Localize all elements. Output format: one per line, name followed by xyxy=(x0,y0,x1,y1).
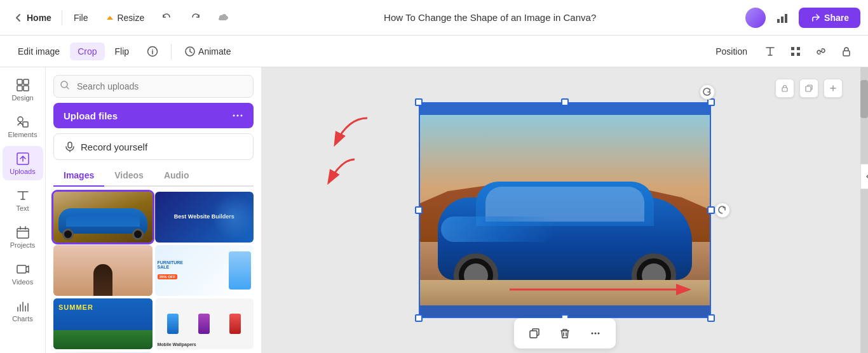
canvas-scrollbar[interactable] xyxy=(860,67,868,353)
text-icon-sidebar xyxy=(15,188,31,203)
design-icon xyxy=(15,77,31,93)
canvas-area[interactable] xyxy=(262,67,868,353)
svg-rect-12 xyxy=(24,79,29,84)
sidebar-item-design-label: Design xyxy=(11,94,33,102)
lock-canvas-icon[interactable] xyxy=(775,79,794,98)
resize-handle-br[interactable] xyxy=(707,314,715,322)
tab-audio[interactable]: Audio xyxy=(154,165,200,187)
sidebar-item-elements-label: Elements xyxy=(8,131,37,138)
svg-rect-1 xyxy=(781,17,783,23)
text-effect-icon[interactable] xyxy=(759,40,782,63)
sidebar-item-projects-label: Projects xyxy=(10,241,36,249)
resize-handle-tl[interactable] xyxy=(415,98,423,106)
home-button[interactable]: Home xyxy=(8,10,57,26)
copy-small-icon xyxy=(804,84,813,93)
lock-small-icon xyxy=(780,84,789,93)
grid-item-person[interactable] xyxy=(53,245,153,296)
grid-item-website-builders[interactable]: Best Website Builders xyxy=(155,192,254,243)
uploads-tabs: Images Videos Audio xyxy=(53,165,254,187)
sidebar-item-design[interactable]: Design xyxy=(3,72,43,107)
topbar-right: Share xyxy=(745,6,860,29)
home-label: Home xyxy=(27,13,51,23)
svg-point-15 xyxy=(18,117,23,122)
link-icon[interactable] xyxy=(810,40,832,63)
grid-view-icon[interactable] xyxy=(784,40,807,63)
resize-button[interactable]: Resize xyxy=(99,9,151,27)
add-canvas-icon[interactable] xyxy=(824,79,843,98)
sidebar-item-videos[interactable]: Videos xyxy=(3,256,43,291)
analytics-icon[interactable] xyxy=(771,6,794,29)
flip-button[interactable]: Flip xyxy=(107,43,137,60)
trash-icon xyxy=(559,328,571,339)
undo-button[interactable] xyxy=(156,6,179,29)
main-content: Design Elements Uploads Text xyxy=(0,67,868,353)
svg-rect-27 xyxy=(530,331,537,338)
resize-handle-bl[interactable] xyxy=(415,314,423,322)
grid-item-summer[interactable]: SUMMER xyxy=(53,298,153,349)
share-button[interactable]: Share xyxy=(799,8,860,28)
charts-icon xyxy=(15,298,31,314)
plus-small-icon xyxy=(829,84,837,93)
delete-bab-button[interactable] xyxy=(555,323,575,343)
sidebar-item-charts[interactable]: Charts xyxy=(3,293,43,328)
resize-handle-tc[interactable] xyxy=(561,98,569,106)
copy-icon xyxy=(529,328,540,339)
share-icon xyxy=(810,13,820,23)
more-options-icon xyxy=(232,110,243,121)
uploads-panel: Upload files Record yourself Images Vide… xyxy=(46,67,262,353)
microphone-icon xyxy=(64,141,76,152)
info-button[interactable] xyxy=(139,42,166,61)
crop-button[interactable]: Crop xyxy=(70,43,104,60)
position-button[interactable]: Position xyxy=(707,43,756,60)
scroll-thumb[interactable] xyxy=(860,80,868,118)
svg-point-21 xyxy=(233,115,235,117)
crown-icon xyxy=(105,13,114,22)
sidebar-item-projects[interactable]: Projects xyxy=(3,220,43,254)
lock-icon[interactable] xyxy=(835,40,858,63)
search-input[interactable] xyxy=(53,75,254,98)
sidebar-item-elements[interactable]: Elements xyxy=(3,109,43,143)
red-arrow-record xyxy=(316,156,367,194)
tab-videos[interactable]: Videos xyxy=(104,165,154,187)
svg-rect-8 xyxy=(791,53,794,56)
sidebar-item-text-label: Text xyxy=(16,204,29,212)
more-bab-button[interactable] xyxy=(585,323,606,343)
topbar-divider xyxy=(62,10,62,25)
side-rotate-handle[interactable] xyxy=(715,203,730,218)
resize-handle-ml[interactable] xyxy=(415,206,423,214)
grid-item-car[interactable] xyxy=(53,192,153,243)
sidebar-item-text[interactable]: Text xyxy=(3,183,43,217)
svg-rect-19 xyxy=(17,265,26,273)
resize-handle-mr[interactable] xyxy=(707,206,715,214)
grid-item-mobile-wallpapers[interactable]: Mobile Wallpapers xyxy=(155,298,254,349)
image-frame[interactable] xyxy=(419,102,711,318)
record-yourself-button[interactable]: Record yourself xyxy=(53,133,254,160)
grid-item-furniture-sale[interactable]: FURNITURE SALE 35% OFF xyxy=(155,245,254,296)
svg-rect-6 xyxy=(791,47,794,50)
svg-rect-7 xyxy=(797,47,800,50)
tab-images[interactable]: Images xyxy=(53,165,104,187)
sidebar-item-uploads[interactable]: Uploads xyxy=(3,146,43,180)
sidebar-item-uploads-label: Uploads xyxy=(10,168,35,175)
chevron-left-icon xyxy=(13,12,24,23)
svg-rect-16 xyxy=(23,122,28,127)
toolbar: Edit image Crop Flip Animate Position xyxy=(0,36,868,67)
chart-bar-icon xyxy=(776,11,789,24)
svg-point-29 xyxy=(595,333,597,335)
animate-button[interactable]: Animate xyxy=(177,42,238,61)
duplicate-canvas-icon[interactable] xyxy=(799,79,818,98)
rotate-icon xyxy=(703,88,712,97)
edit-image-button[interactable]: Edit image xyxy=(10,43,67,60)
bottom-action-bar xyxy=(514,318,616,349)
sidebar-item-charts-label: Charts xyxy=(12,315,32,323)
redo-button[interactable] xyxy=(184,6,207,29)
svg-rect-11 xyxy=(17,79,22,84)
svg-point-22 xyxy=(237,115,239,117)
pattern-icon xyxy=(789,45,802,58)
copy-bab-button[interactable] xyxy=(524,323,545,343)
document-title: How To Change the Shape of an Image in C… xyxy=(240,12,740,23)
uploads-icon xyxy=(15,151,31,166)
upload-files-button[interactable]: Upload files xyxy=(53,103,254,128)
rotate-handle[interactable] xyxy=(700,84,715,100)
file-button[interactable]: File xyxy=(67,9,95,27)
